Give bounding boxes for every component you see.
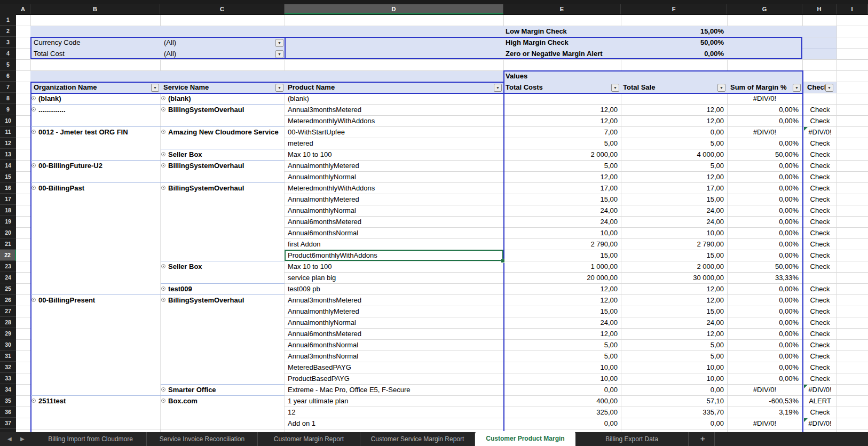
total-costs-cell-r14[interactable]: 5,00 — [503, 160, 618, 171]
check-cell-r18[interactable]: Check — [803, 205, 837, 216]
margin-cell-r26[interactable]: 0,00% — [727, 294, 799, 306]
total-sale-cell-r10[interactable]: 12,00 — [621, 115, 724, 126]
org-cell-r8[interactable]: (blank) — [38, 93, 158, 104]
org-cell-r16[interactable]: 00-BillingPast — [38, 182, 158, 194]
row-header-31[interactable]: 31 — [0, 351, 16, 362]
row-header-23[interactable]: 23 — [0, 261, 16, 272]
product-cell-r29[interactable]: Annual6monthsMetered — [288, 328, 501, 339]
row-header-19[interactable]: 19 — [0, 216, 16, 227]
total-sale-cell-r36[interactable]: 335,70 — [621, 407, 724, 418]
row-header-10[interactable]: 10 — [0, 115, 16, 126]
product-cell-r16[interactable]: MeteredmonthlyWithAddons — [288, 182, 501, 194]
check-cell-r15[interactable]: Check — [803, 171, 837, 182]
check-cell-r16[interactable]: Check — [803, 182, 837, 194]
product-cell-r18[interactable]: AnnualmonthlyNormal — [288, 205, 501, 216]
total-costs-cell-r34[interactable]: 0,00 — [503, 384, 618, 395]
check-cell-r25[interactable]: Check — [803, 283, 837, 294]
margin-cell-r29[interactable]: 0,00% — [727, 328, 799, 339]
margin-cell-r18[interactable]: 0,00% — [727, 205, 799, 216]
margin-cell-r15[interactable]: 0,00% — [727, 171, 799, 182]
margin-cell-r16[interactable]: 0,00% — [727, 182, 799, 194]
total-sale-cell-r9[interactable]: 12,00 — [621, 104, 724, 115]
collapse-button[interactable] — [161, 163, 165, 168]
total-costs-cell-r19[interactable]: 24,00 — [503, 216, 618, 227]
total-sale-cell-r28[interactable]: 24,00 — [621, 317, 724, 328]
org-cell-r35[interactable]: 2511test — [38, 395, 158, 407]
total-costs-cell-r32[interactable]: 10,00 — [503, 362, 618, 373]
column-header-B[interactable]: B — [30, 4, 160, 14]
collapse-button[interactable] — [161, 96, 165, 100]
row-header-33[interactable]: 33 — [0, 373, 16, 384]
row-header-15[interactable]: 15 — [0, 171, 16, 182]
total-costs-cell-r30[interactable]: 5,00 — [503, 339, 618, 351]
collapse-button[interactable] — [161, 152, 165, 156]
product-cell-r31[interactable]: Annual3monthsNormal — [288, 351, 501, 362]
sheet-tab-customer-service-margin-report[interactable]: Customer Service Margin Report — [360, 432, 475, 446]
total-costs-cell-r37[interactable]: 0,00 — [503, 418, 618, 429]
total-costs-filter-dropdown[interactable]: ▼ — [611, 84, 619, 92]
column-header-E[interactable]: E — [503, 4, 621, 14]
total-sale-cell-r24[interactable]: 30 000,00 — [621, 272, 724, 283]
total-costs-cell-r31[interactable]: 5,00 — [503, 351, 618, 362]
row-header-16[interactable]: 16 — [0, 182, 16, 194]
margin-cell-r8[interactable]: #DIV/0! — [727, 93, 802, 104]
margin-cell-r37[interactable]: #DIV/0! — [727, 418, 802, 429]
margin-cell-r25[interactable]: 0,00% — [727, 283, 799, 294]
header-sum-of-margin[interactable]: Sum of Margin % — [730, 82, 793, 93]
column-header-F[interactable]: F — [621, 4, 727, 14]
row-header-9[interactable]: 9 — [0, 104, 16, 115]
sheet-tab-billing-export-data[interactable]: Billing Export Data — [575, 432, 689, 446]
total-sale-cell-r20[interactable]: 10,00 — [621, 227, 724, 238]
margin-cell-r10[interactable]: 0,00% — [727, 115, 799, 126]
filter-label-total-cost[interactable]: Total Cost — [34, 48, 151, 59]
total-sale-cell-r23[interactable]: 2 000,00 — [621, 261, 724, 272]
product-cell-r33[interactable]: ProductBasedPAYG — [288, 373, 501, 384]
check-cell-r36[interactable]: Check — [803, 407, 837, 418]
collapse-button[interactable] — [161, 186, 165, 190]
total-costs-cell-r24[interactable]: 20 000,00 — [503, 272, 618, 283]
row-header-5[interactable]: 5 — [0, 59, 16, 70]
check-cell-r12[interactable]: Check — [803, 138, 837, 149]
total-costs-cell-r27[interactable]: 15,00 — [503, 306, 618, 317]
product-cell-r35[interactable]: 1 year ultimate plan — [288, 395, 501, 407]
product-cell-r19[interactable]: Annual6monthsMetered — [288, 216, 501, 227]
total-costs-cell-r18[interactable]: 24,00 — [503, 205, 618, 216]
collapse-button[interactable] — [161, 399, 165, 403]
row-header-12[interactable]: 12 — [0, 138, 16, 149]
product-cell-r14[interactable]: AnnualmonthlyMetered — [288, 160, 501, 171]
total-sale-cell-r31[interactable]: 5,00 — [621, 351, 724, 362]
total-costs-cell-r16[interactable]: 17,00 — [503, 182, 618, 194]
margin-cell-r36[interactable]: 3,19% — [727, 407, 799, 418]
service-cell-r11[interactable]: Amazing New Cloudmore Service — [168, 126, 289, 138]
collapse-button[interactable] — [31, 96, 36, 100]
row-header-14[interactable]: 14 — [0, 160, 16, 171]
margin-cell-r28[interactable]: 0,00% — [727, 317, 799, 328]
product-cell-r27[interactable]: AnnualmonthlyMetered — [288, 306, 501, 317]
check-cell-r13[interactable]: Check — [803, 149, 837, 160]
filter-value-currency-code[interactable]: (All) — [164, 37, 265, 48]
total-sale-cell-r37[interactable]: 0,00 — [621, 418, 724, 429]
add-sheet-button[interactable]: + — [691, 432, 715, 446]
row-header-2[interactable]: 2 — [0, 26, 16, 37]
product-cell-r8[interactable]: (blank) — [288, 93, 501, 104]
check-cell-r34[interactable]: #DIV/0! — [803, 384, 837, 395]
total-sale-cell-r30[interactable]: 5,00 — [621, 339, 724, 351]
service-cell-r8[interactable]: (blank) — [168, 93, 289, 104]
check-cell-r23[interactable]: Check — [803, 261, 837, 272]
org-cell-r26[interactable]: 00-BillingPresent — [38, 294, 158, 306]
collapse-button[interactable] — [161, 107, 165, 111]
total-costs-cell-r12[interactable]: 5,00 — [503, 138, 618, 149]
total-sale-cell-r33[interactable]: 10,00 — [621, 373, 724, 384]
row-header-17[interactable]: 17 — [0, 194, 16, 205]
row-header-20[interactable]: 20 — [0, 227, 16, 238]
product-cell-r21[interactable]: first Addon — [288, 238, 501, 250]
total-costs-cell-r22[interactable]: 15,00 — [503, 250, 618, 261]
margin-cell-r11[interactable]: #DIV/0! — [727, 126, 802, 138]
sheet-tab-service-invoice-reconciliation[interactable]: Service Invoice Reconciliation — [147, 432, 258, 446]
check-cell-r35[interactable]: ALERT — [803, 395, 837, 407]
margin-cell-r14[interactable]: 0,00% — [727, 160, 799, 171]
total-costs-cell-r36[interactable]: 325,00 — [503, 407, 618, 418]
product-cell-r30[interactable]: Annual6monthsNormal — [288, 339, 501, 351]
row-header-25[interactable]: 25 — [0, 283, 16, 294]
row-header-36[interactable]: 36 — [0, 407, 16, 418]
